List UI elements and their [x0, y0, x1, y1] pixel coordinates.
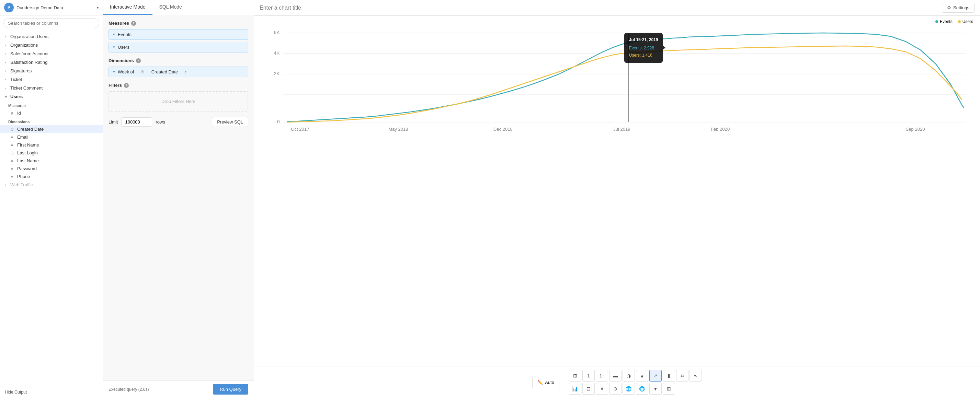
- tab-interactive[interactable]: Interactive Mode: [103, 0, 153, 15]
- dimension-last-name[interactable]: A Last Name: [0, 157, 103, 165]
- sort-icon[interactable]: ↑: [185, 69, 187, 75]
- dimensions-help-icon[interactable]: ?: [136, 58, 141, 63]
- text-icon: A: [10, 167, 14, 171]
- pivot-button[interactable]: ⊞: [663, 383, 675, 395]
- tooltip-arrow: [663, 46, 665, 50]
- limit-input[interactable]: [121, 117, 152, 127]
- sidebar-header: P Dundersign Demo Data ▾: [0, 0, 103, 16]
- mode-tabs: Interactive Mode SQL Mode: [103, 0, 254, 15]
- measure-users-pill[interactable]: ▾ Users: [108, 42, 248, 52]
- column-button[interactable]: ⊟: [582, 383, 595, 395]
- dropdown-icon[interactable]: ▾: [97, 6, 99, 10]
- tooltip-events-label: Events:: [629, 46, 643, 51]
- table-label: Web Traffic: [10, 182, 33, 187]
- clock-icon: ⏱: [10, 127, 14, 132]
- dimension-last-login[interactable]: ⏱ Last Login: [0, 149, 103, 157]
- single-value-delta-button[interactable]: 1↑: [596, 370, 608, 382]
- funnel-button[interactable]: ▬: [609, 370, 622, 382]
- dimension-field: Created Date: [151, 69, 178, 75]
- svg-text:Oct 2017: Oct 2017: [291, 127, 309, 132]
- chart-panel: ⚙ Settings Events Users: [254, 0, 980, 398]
- filters-help-icon[interactable]: ?: [124, 83, 129, 88]
- dimension-phone[interactable]: A Phone: [0, 173, 103, 181]
- waterfall-button[interactable]: 📊: [569, 383, 581, 395]
- run-query-button[interactable]: Run Query: [213, 384, 248, 395]
- clock-icon: ⏱: [10, 151, 14, 155]
- svg-text:Jul 2019: Jul 2019: [613, 127, 630, 132]
- app-logo: P: [4, 3, 14, 12]
- sidebar-nav: › Organization Users › Organizations › S…: [0, 31, 103, 386]
- execution-time: Executed query (2.0s): [108, 387, 149, 392]
- dimension-label: Last Login: [17, 150, 38, 155]
- gear-icon: ⚙: [947, 5, 951, 10]
- choropleth-button[interactable]: 🌐: [622, 383, 635, 395]
- globe-button[interactable]: 🌐: [636, 383, 648, 395]
- search-input[interactable]: [3, 18, 99, 28]
- tab-sql[interactable]: SQL Mode: [153, 0, 189, 15]
- dimension-label: Last Name: [17, 158, 39, 163]
- chart-area: Events Users 6K 4K 2K 0 Oct: [254, 16, 980, 366]
- measure-events-pill[interactable]: ▾ Events: [108, 29, 248, 40]
- line-button[interactable]: ↗: [649, 370, 662, 382]
- measure-id[interactable]: # Id: [0, 109, 103, 117]
- sidebar-item-salesforce[interactable]: › Salesforce Account: [0, 49, 103, 58]
- combo-button[interactable]: ≋: [676, 370, 689, 382]
- settings-label: Settings: [953, 5, 969, 10]
- sidebar-item-ticket[interactable]: › Ticket: [0, 75, 103, 84]
- chart-tooltip: Jul 15-21, 2019 Events: 2,928 Users: 1,4…: [624, 33, 663, 63]
- tooltip-users: Users: 1,416: [629, 52, 658, 59]
- dimension-email[interactable]: A Email: [0, 133, 103, 141]
- area-button[interactable]: ▲: [636, 370, 648, 382]
- table-label: Ticket Comment: [10, 86, 43, 90]
- scatter-button[interactable]: ∿: [689, 370, 702, 382]
- table-view-button[interactable]: ⊞: [569, 370, 581, 382]
- pill-expand-icon: ▾: [113, 45, 115, 49]
- auto-label: Auto: [545, 380, 554, 385]
- table-label: Ticket: [10, 77, 22, 82]
- measure-users-label: Users: [118, 44, 129, 50]
- svg-text:2K: 2K: [274, 71, 280, 76]
- chart-container: 6K 4K 2K 0 Oct 2017 May 2018 Dec 2018 Ju…: [261, 23, 973, 153]
- auto-button[interactable]: ✏️ Auto: [532, 377, 559, 388]
- filters-drop-zone[interactable]: Drop Filters Here: [108, 91, 248, 111]
- sidebar-item-satisfaction[interactable]: › Satisfaction Rating: [0, 58, 103, 67]
- chevron-icon: ›: [5, 44, 8, 47]
- chevron-icon: ›: [5, 183, 8, 187]
- dimension-first-name[interactable]: A First Name: [0, 141, 103, 149]
- dimension-prefix: Week of: [118, 69, 134, 75]
- tooltip-events-value: 2,928: [644, 46, 654, 51]
- table-label: Satisfaction Rating: [10, 60, 48, 65]
- dimension-label: Password: [17, 166, 37, 171]
- pill-expand-icon: ▾: [113, 70, 115, 74]
- sidebar-item-web-traffic[interactable]: › Web Traffic: [0, 181, 103, 189]
- dimension-week-pill[interactable]: ▾ Week of ⏱ Created Date ↑: [108, 67, 248, 77]
- chart-title-input[interactable]: [259, 5, 936, 11]
- sidebar-item-signatures[interactable]: › Signatures: [0, 67, 103, 75]
- chevron-icon: ›: [5, 35, 8, 38]
- measures-help-icon[interactable]: ?: [131, 21, 136, 26]
- sidebar-item-organizations[interactable]: › Organizations: [0, 41, 103, 49]
- query-footer: Executed query (2.0s) Run Query: [103, 380, 254, 398]
- filter-button[interactable]: ▼: [649, 383, 662, 395]
- dimension-created-date[interactable]: ⏱ Created Date: [0, 125, 103, 133]
- toolbar-top-row: ⊞ 1 1↑ ▬ ◑ ▲ ↗ ▮ ≋ ∿: [569, 370, 702, 382]
- sidebar-item-users[interactable]: ∨ Users: [0, 92, 103, 101]
- settings-button[interactable]: ⚙ Settings: [942, 3, 975, 13]
- boxplot-button[interactable]: ⠿: [596, 383, 608, 395]
- table-label: Organization Users: [10, 34, 48, 39]
- sidebar-item-organization-users[interactable]: › Organization Users: [0, 32, 103, 41]
- pie-button[interactable]: ◑: [622, 370, 635, 382]
- single-value-button[interactable]: 1: [582, 370, 595, 382]
- sidebar-item-ticket-comment[interactable]: › Ticket Comment: [0, 84, 103, 92]
- preview-sql-button[interactable]: Preview SQL: [212, 117, 248, 127]
- measure-events-label: Events: [118, 32, 132, 37]
- text-icon: A: [10, 174, 14, 179]
- bubble-button[interactable]: ⊙: [609, 383, 622, 395]
- svg-text:6K: 6K: [274, 30, 280, 35]
- hide-output-button[interactable]: Hide Output: [0, 386, 103, 398]
- measures-section-header: Measures: [0, 101, 103, 109]
- table-label: Users: [10, 94, 23, 99]
- bar-button[interactable]: ▮: [663, 370, 675, 382]
- text-icon: A: [10, 143, 14, 147]
- dimension-password[interactable]: A Password: [0, 165, 103, 173]
